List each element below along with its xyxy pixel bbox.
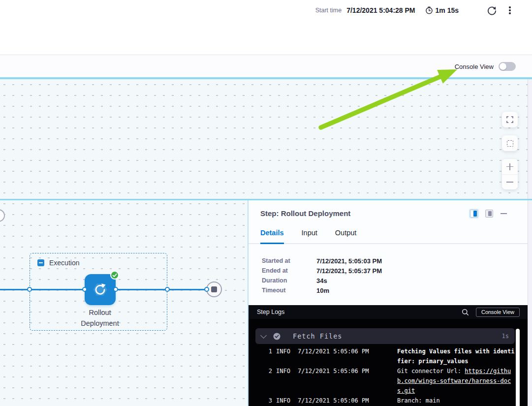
zoom-in-button[interactable] bbox=[502, 159, 518, 174]
minimize-panel-button[interactable] bbox=[501, 213, 507, 215]
refresh-icon bbox=[487, 6, 497, 15]
step-logs-title: Step Logs bbox=[257, 309, 284, 315]
logs-scrollbar-thumb[interactable] bbox=[516, 329, 520, 406]
log-level: INFO bbox=[276, 346, 292, 356]
refresh-button[interactable] bbox=[487, 6, 497, 15]
log-level: INFO bbox=[276, 366, 292, 376]
canvas-controls bbox=[502, 112, 518, 189]
console-view-toggle-group: Console View bbox=[455, 56, 516, 77]
elapsed-duration: 1m 15s bbox=[425, 6, 459, 14]
zoom-out-button[interactable] bbox=[502, 174, 518, 189]
layout-bottom-icon[interactable] bbox=[485, 210, 493, 218]
zoom-out-icon bbox=[506, 182, 513, 183]
fit-selection-button[interactable] bbox=[502, 135, 518, 151]
log-line: 2 INFO 7/12/2021 5:05:06 PM Git connecto… bbox=[249, 366, 528, 396]
log-timestamp: 7/12/2021 5:05:06 PM bbox=[298, 366, 371, 376]
tab-input[interactable]: Input bbox=[302, 229, 317, 243]
detail-label: Started at bbox=[262, 257, 316, 264]
detail-label: Timeout bbox=[262, 287, 316, 294]
edge-port bbox=[204, 287, 209, 292]
log-line: 3 INFO 7/12/2021 5:05:06 PM Branch: main bbox=[249, 396, 528, 406]
log-group-name: Fetch Files bbox=[293, 332, 342, 340]
log-message: Branch: main bbox=[397, 396, 516, 406]
log-timestamp: 7/12/2021 5:05:06 PM bbox=[298, 396, 371, 406]
logs-console-view-button[interactable]: Console View bbox=[476, 308, 520, 317]
log-line: 1 INFO 7/12/2021 5:05:06 PM Fetching Val… bbox=[249, 346, 528, 366]
search-icon[interactable] bbox=[462, 309, 469, 316]
collapse-group-icon[interactable] bbox=[37, 259, 44, 266]
log-group-fetch-files[interactable]: Fetch Files 1s bbox=[255, 328, 515, 344]
edge-port bbox=[82, 287, 87, 292]
elapsed-text: 1m 15s bbox=[436, 6, 459, 14]
detail-value: 10m bbox=[316, 287, 329, 294]
edge-port bbox=[113, 287, 118, 292]
detail-row: Ended at 7/12/2021, 5:05:37 PM bbox=[262, 266, 382, 276]
node-label: Rollout Deployment bbox=[61, 307, 139, 329]
log-lines: 1 INFO 7/12/2021 5:05:06 PM Fetching Val… bbox=[249, 346, 528, 406]
step-logs-header: Step Logs Console View bbox=[249, 305, 528, 319]
canvas-scrollbar-gutter[interactable] bbox=[528, 79, 532, 406]
canvas-toolbar: Console View bbox=[0, 56, 532, 77]
panel-divider-top[interactable] bbox=[0, 77, 532, 79]
kebab-menu-button[interactable] bbox=[506, 6, 513, 15]
pipeline-execution-page: Start time 7/12/2021 5:04:28 PM 1m 15s bbox=[0, 0, 532, 406]
detail-value: 34s bbox=[316, 277, 327, 284]
detail-row: Started at 7/12/2021, 5:05:03 PM bbox=[262, 256, 382, 266]
edge-port bbox=[27, 287, 32, 292]
detail-label: Duration bbox=[262, 277, 316, 284]
tab-details[interactable]: Details bbox=[260, 229, 284, 244]
panel-header: Step: Rollout Deployment bbox=[249, 200, 528, 223]
chevron-down-icon bbox=[260, 332, 267, 339]
zoom-controls bbox=[502, 159, 518, 189]
log-message: Fetching Values files with identifier: p… bbox=[397, 346, 516, 366]
group-success-icon bbox=[273, 333, 281, 340]
panel-tabs: Details Input Output bbox=[249, 229, 528, 244]
step-logs-body[interactable]: Fetch Files 1s 1 INFO 7/12/2021 5:05:06 … bbox=[249, 319, 528, 406]
edge-port bbox=[165, 287, 170, 292]
start-time-value: 7/12/2021 5:04:28 PM bbox=[346, 6, 415, 14]
tab-output[interactable]: Output bbox=[335, 229, 357, 243]
clock-icon bbox=[425, 6, 433, 14]
panel-title: Step: Rollout Deployment bbox=[260, 209, 350, 218]
kebab-dot bbox=[509, 9, 510, 11]
top-header: Start time 7/12/2021 5:04:28 PM 1m 15s bbox=[0, 0, 532, 55]
toggle-knob bbox=[500, 63, 506, 70]
log-line-number: 1 bbox=[266, 346, 272, 356]
detail-row: Duration 34s bbox=[262, 276, 382, 285]
expand-canvas-button[interactable] bbox=[502, 112, 518, 127]
log-line-number: 3 bbox=[266, 396, 272, 406]
offscreen-node-fragment bbox=[0, 209, 5, 222]
step-details-panel: Step: Rollout Deployment Details Input O… bbox=[248, 200, 528, 406]
layout-right-icon[interactable] bbox=[470, 210, 478, 218]
step-logs-section: Step Logs Console View bbox=[249, 305, 528, 406]
detail-label: Ended at bbox=[262, 267, 316, 274]
log-timestamp: 7/12/2021 5:05:06 PM bbox=[298, 346, 371, 356]
detail-value: 7/12/2021, 5:05:03 PM bbox=[316, 257, 382, 265]
stop-icon bbox=[211, 286, 217, 292]
fit-selection-icon bbox=[507, 140, 513, 147]
kebab-dot bbox=[509, 12, 510, 14]
rollout-icon bbox=[85, 274, 116, 305]
log-line-number: 2 bbox=[266, 366, 272, 376]
execution-group-label: Execution bbox=[49, 259, 79, 267]
log-group-duration: 1s bbox=[502, 333, 509, 340]
start-time-label: Start time bbox=[315, 7, 342, 14]
console-view-label: Console View bbox=[455, 63, 494, 70]
rollout-deployment-node[interactable] bbox=[85, 274, 116, 305]
zoom-in-icon bbox=[506, 163, 513, 170]
execution-group-header: Execution bbox=[37, 259, 79, 267]
kebab-dot bbox=[509, 6, 510, 8]
log-message: Git connector Url: https://github.com/wi… bbox=[397, 366, 516, 396]
success-badge-icon bbox=[110, 271, 119, 280]
console-view-toggle[interactable] bbox=[499, 62, 516, 71]
detail-row: Timeout 10m bbox=[262, 285, 382, 295]
step-details-list: Started at 7/12/2021, 5:05:03 PM Ended a… bbox=[262, 256, 382, 295]
log-level: INFO bbox=[276, 396, 292, 406]
expand-icon bbox=[506, 116, 513, 123]
detail-value: 7/12/2021, 5:05:37 PM bbox=[316, 267, 382, 275]
execution-meta: Start time 7/12/2021 5:04:28 PM 1m 15s bbox=[315, 0, 513, 21]
